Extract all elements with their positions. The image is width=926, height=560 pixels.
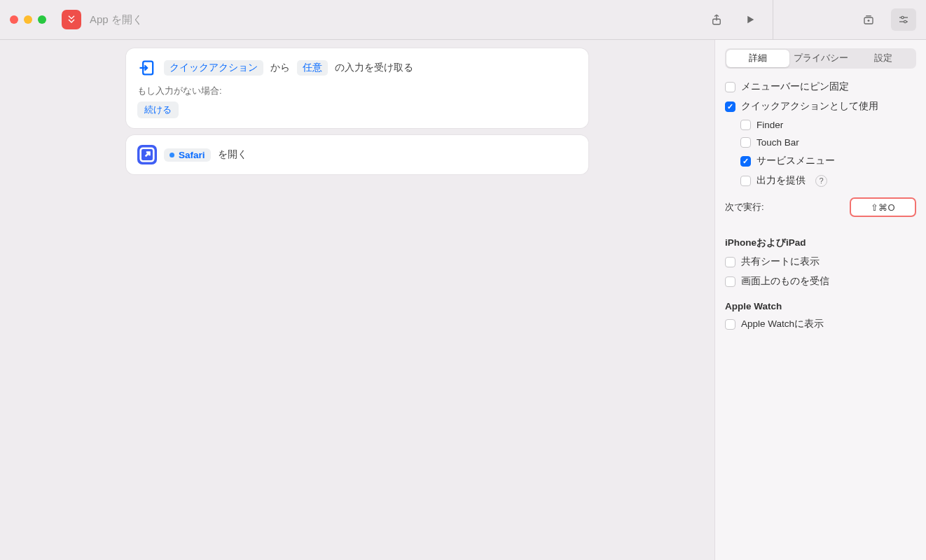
run-button[interactable] xyxy=(738,8,763,31)
label-apple-watch: Apple Watchに表示 xyxy=(741,318,824,330)
token-quick-action[interactable]: クイックアクション xyxy=(164,60,263,76)
minimize-window-button[interactable] xyxy=(24,15,32,24)
label-provides-output: 出力を提供 xyxy=(756,174,806,187)
help-icon[interactable]: ? xyxy=(815,175,827,187)
text-from: から xyxy=(270,62,290,74)
run-with-label: 次で実行: xyxy=(725,201,764,214)
app-parameter-safari[interactable]: Safari xyxy=(164,148,211,162)
details-panel: メニューバーにピン固定 クイックアクションとして使用 Finder Touch … xyxy=(715,76,926,560)
section-apple-watch: Apple Watch xyxy=(725,301,916,312)
action-card-receive-input[interactable]: クイックアクション から 任意 の入力を受け取る もし入力がない場合: 続ける xyxy=(126,48,588,128)
share-icon xyxy=(710,13,723,26)
checkbox-services-menu[interactable] xyxy=(740,156,751,167)
label-touchbar: Touch Bar xyxy=(756,137,799,148)
shortcuts-app-icon xyxy=(62,10,81,29)
checkbox-apple-watch[interactable] xyxy=(725,319,735,330)
fullscreen-window-button[interactable] xyxy=(38,15,46,24)
tab-privacy[interactable]: プライバシー xyxy=(789,50,852,67)
titlebar: App を開く xyxy=(0,0,926,40)
checkbox-finder[interactable] xyxy=(740,120,751,130)
app-status-dot xyxy=(170,153,174,158)
checkbox-provides-output[interactable] xyxy=(740,176,751,186)
label-pin-menubar: メニューバーにピン固定 xyxy=(741,80,849,93)
shortcut-value: ⇧⌘O xyxy=(871,202,894,213)
checkbox-quick-action[interactable] xyxy=(725,102,735,112)
share-button[interactable] xyxy=(704,8,729,31)
keyboard-shortcut-field[interactable]: ⇧⌘O xyxy=(850,197,916,217)
section-iphone-ipad: iPhoneおよびiPad xyxy=(725,237,916,249)
inspector-tabs: 詳細 プライバシー 設定 xyxy=(725,48,916,69)
toolbar-divider xyxy=(773,0,773,40)
inspector-panel-button[interactable] xyxy=(891,8,916,31)
content-area: クイックアクション から 任意 の入力を受け取る もし入力がない場合: 続ける xyxy=(0,40,926,560)
checkbox-touchbar[interactable] xyxy=(740,137,751,148)
play-icon xyxy=(744,13,756,26)
close-window-button[interactable] xyxy=(10,15,18,24)
checkbox-pin-menubar[interactable] xyxy=(725,82,735,92)
label-quick-action: クイックアクションとして使用 xyxy=(741,100,878,113)
text-accept: の入力を受け取る xyxy=(335,62,413,74)
label-receive-onscreen: 画面上のものを受信 xyxy=(741,275,829,288)
open-app-icon xyxy=(137,145,157,164)
action-card-open-app[interactable]: Safari を開く xyxy=(126,135,588,174)
no-input-label: もし入力がない場合: xyxy=(137,85,577,97)
token-any[interactable]: 任意 xyxy=(297,60,328,76)
svg-point-3 xyxy=(904,20,906,22)
workflow-canvas[interactable]: クイックアクション から 任意 の入力を受け取る もし入力がない場合: 続ける xyxy=(0,40,714,560)
label-services-menu: サービスメニュー xyxy=(756,155,835,167)
library-panel-button[interactable] xyxy=(856,8,881,31)
inspector-sidebar: 詳細 プライバシー 設定 メニューバーにピン固定 クイックアクションとして使用 … xyxy=(714,40,926,560)
continue-option[interactable]: 続ける xyxy=(137,102,179,118)
tab-details[interactable]: 詳細 xyxy=(726,50,789,67)
checkbox-receive-onscreen[interactable] xyxy=(725,276,735,287)
window-controls xyxy=(10,15,46,24)
svg-point-2 xyxy=(901,16,904,18)
checkbox-share-sheet[interactable] xyxy=(725,257,735,267)
text-open: を開く xyxy=(218,148,247,161)
label-finder: Finder xyxy=(756,120,783,130)
label-share-sheet: 共有シートに表示 xyxy=(741,255,820,268)
window-title: App を開く xyxy=(90,13,143,27)
library-icon xyxy=(862,13,875,26)
app-name-label: Safari xyxy=(179,150,205,160)
sliders-icon xyxy=(897,13,910,26)
input-icon xyxy=(137,58,157,78)
tab-settings[interactable]: 設定 xyxy=(852,50,915,67)
